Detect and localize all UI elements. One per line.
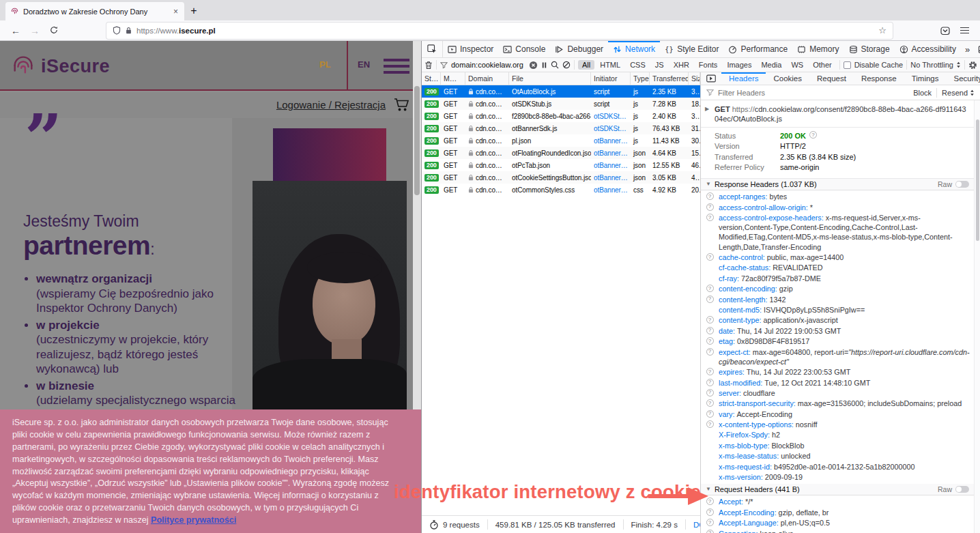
site-logo[interactable]: iSecure bbox=[11, 52, 110, 81]
header-row[interactable]: ?Accept: */* bbox=[701, 497, 974, 507]
column-header-method[interactable]: M… bbox=[441, 72, 465, 85]
header-row[interactable]: ?access-control-expose-headers: x-ms-req… bbox=[701, 212, 974, 252]
request-row[interactable]: 200GETcdn.co…otSDKStub.jsscriptjs7.28 KB… bbox=[422, 98, 700, 110]
header-row[interactable]: ?expect-ct: max-age=604800, report-uri="… bbox=[701, 347, 974, 367]
column-header-size[interactable]: Size bbox=[689, 72, 700, 85]
devtools-tab-memory[interactable]: Memory bbox=[792, 41, 844, 57]
column-header-file[interactable]: File bbox=[509, 72, 591, 85]
devtools-tab-console[interactable]: Console bbox=[498, 41, 550, 57]
bookmark-star-icon[interactable]: ☆ bbox=[878, 25, 887, 35]
back-icon[interactable]: ← bbox=[7, 25, 25, 36]
header-row[interactable]: x-ms-request-id: b4952d0e-a01e-0014-2132… bbox=[701, 461, 974, 472]
request-row[interactable]: 200GETcdn.co…otCommonStyles.cssotBanner…… bbox=[422, 184, 700, 196]
header-row[interactable]: X-Firefox-Spdy: h2 bbox=[701, 430, 974, 440]
header-row[interactable]: ?date: Thu, 14 Jul 2022 19:00:53 GMT bbox=[701, 326, 974, 336]
column-header-trans[interactable]: Transferred bbox=[650, 72, 689, 85]
request-row[interactable]: 200GETcdn.co…otFloatingRoundedIcon.jsono… bbox=[422, 147, 700, 159]
type-filter-images[interactable]: Images bbox=[723, 60, 755, 70]
pause-traffic-icon[interactable] bbox=[541, 61, 547, 69]
browser-tab[interactable]: Doradztwo w Zakresie Ochrony Dany × bbox=[5, 2, 184, 20]
request-row[interactable]: 200GETcdn.co…pl.jsonotBanner…js11.43 KB3… bbox=[422, 134, 700, 147]
details-tab-headers[interactable]: Headers bbox=[721, 72, 766, 85]
new-tab-button[interactable]: + bbox=[184, 5, 203, 20]
details-tab-cookies[interactable]: Cookies bbox=[766, 72, 809, 85]
header-row[interactable]: ?last-modified: Tue, 12 Oct 2021 14:48:1… bbox=[701, 377, 974, 388]
request-row[interactable]: 200GETcdn.co…otCookieSettingsButton.json… bbox=[422, 171, 700, 184]
header-row[interactable]: ?Accept-Encoding: gzip, deflate, br bbox=[701, 507, 974, 517]
type-filter-media[interactable]: Media bbox=[757, 60, 786, 70]
shield-icon[interactable] bbox=[113, 26, 121, 35]
type-filter-css[interactable]: CSS bbox=[626, 60, 650, 70]
devtools-tab-style-editor[interactable]: {}Style Editor bbox=[660, 41, 723, 57]
header-row[interactable]: ?content-type: application/x-javascript bbox=[701, 315, 974, 326]
devtools-tab-storage[interactable]: Storage bbox=[844, 41, 895, 57]
page-scrollbar[interactable] bbox=[413, 41, 421, 409]
pick-element-icon[interactable] bbox=[422, 41, 443, 57]
lock-icon[interactable] bbox=[126, 27, 132, 34]
request-headers-section-header[interactable]: ▼ Request Headers (441 B) Raw bbox=[701, 484, 974, 495]
language-en-button[interactable]: EN bbox=[358, 59, 370, 70]
details-tab-security[interactable]: Security bbox=[947, 72, 980, 85]
triangle-right-icon[interactable]: ▶ bbox=[705, 104, 715, 124]
initiator-cell[interactable]: otBanner… bbox=[591, 149, 631, 157]
request-url-line[interactable]: ▶ GET https://cdn.cookielaw.org/consent/… bbox=[701, 100, 974, 128]
app-menu-icon[interactable] bbox=[955, 25, 973, 35]
header-row[interactable]: ?content-encoding: gzip bbox=[701, 284, 974, 294]
header-row[interactable]: ?Accept-Language: pl,en-US;q=0.5 bbox=[701, 518, 974, 528]
tabs-overflow-icon[interactable]: » bbox=[961, 41, 974, 57]
header-row[interactable]: ?server: cloudflare bbox=[701, 388, 974, 398]
tab-close-icon[interactable]: × bbox=[172, 7, 179, 16]
request-row[interactable]: 200GETcdn.co…f2890bc8-88eb-4bac-a266-df9… bbox=[422, 110, 700, 122]
initiator-cell[interactable]: otBanner… bbox=[591, 174, 631, 182]
column-header-domain[interactable]: Domain bbox=[465, 72, 509, 85]
initiator-cell[interactable]: otBanner… bbox=[591, 186, 631, 194]
cart-icon[interactable] bbox=[394, 98, 410, 115]
header-row[interactable]: ?expires: Thu, 14 Jul 2022 23:00:53 GMT bbox=[701, 367, 974, 377]
header-row[interactable]: ?Connection: keep-alive bbox=[701, 528, 974, 533]
type-filter-fonts[interactable]: Fonts bbox=[695, 60, 722, 70]
block-request-icon[interactable] bbox=[562, 61, 571, 69]
request-row[interactable]: 200GETcdn.co…OtAutoBlock.jsscriptjs2.35 … bbox=[422, 85, 700, 98]
network-settings-gear-icon[interactable] bbox=[968, 61, 977, 70]
login-register-link[interactable]: Logowanie / Rejestracja bbox=[276, 99, 386, 111]
details-tab-response[interactable]: Response bbox=[854, 72, 904, 85]
clear-requests-trash-icon[interactable] bbox=[424, 61, 433, 70]
filter-headers-input[interactable]: Filter Headers bbox=[718, 89, 765, 97]
request-row[interactable]: 200GETcdn.co…otPcTab.jsonotBanner…json12… bbox=[422, 159, 700, 171]
stopwatch-icon[interactable] bbox=[429, 520, 439, 530]
type-filter-ws[interactable]: WS bbox=[787, 60, 807, 70]
initiator-cell[interactable]: otBanner… bbox=[591, 162, 631, 169]
header-row[interactable]: content-md5: ISVHQDp8yLpS5h8SniPgIw== bbox=[701, 304, 974, 315]
throttling-select[interactable]: No Throttling bbox=[910, 61, 961, 69]
header-row[interactable]: ?accept-ranges: bytes bbox=[701, 192, 974, 202]
block-button[interactable]: Block bbox=[913, 89, 932, 97]
request-row[interactable]: 200GETcdn.co…otBannerSdk.jsotSDKSt…js76.… bbox=[422, 122, 700, 134]
column-header-status[interactable]: St… bbox=[422, 72, 441, 85]
header-row[interactable]: ?x-content-type-options: nosniff bbox=[701, 419, 974, 429]
header-row[interactable]: ?access-control-allow-origin: * bbox=[701, 202, 974, 212]
raw-toggle[interactable] bbox=[955, 486, 969, 493]
type-filter-js[interactable]: JS bbox=[651, 60, 668, 70]
devtools-tab-network[interactable]: Network bbox=[608, 41, 660, 57]
devtools-tab-debugger[interactable]: Debugger bbox=[550, 41, 608, 57]
details-tab-timings[interactable]: Timings bbox=[904, 72, 947, 85]
response-headers-section-header[interactable]: ▼ Response Headers (1.037 KB) Raw bbox=[701, 179, 974, 190]
devtools-tab-accessibility[interactable]: Accessibility bbox=[895, 41, 961, 57]
details-tab-request[interactable]: Request bbox=[809, 72, 854, 85]
forward-icon[interactable]: → bbox=[26, 25, 44, 36]
devtools-tab-inspector[interactable]: Inspector bbox=[443, 41, 498, 57]
type-filter-all[interactable]: All bbox=[578, 60, 594, 70]
site-menu-icon[interactable] bbox=[384, 59, 409, 77]
header-row[interactable]: ?etag: 0x8D98D8F4F819517 bbox=[701, 336, 974, 347]
type-filter-html[interactable]: HTML bbox=[596, 60, 624, 70]
type-filter-other[interactable]: Other bbox=[809, 60, 836, 70]
details-scrollbar[interactable] bbox=[974, 100, 980, 533]
initiator-cell[interactable]: otBanner… bbox=[591, 137, 631, 145]
clear-filter-icon[interactable] bbox=[529, 61, 538, 70]
reload-icon[interactable] bbox=[45, 25, 63, 36]
initiator-cell[interactable]: otSDKSt… bbox=[591, 125, 631, 132]
search-icon[interactable] bbox=[551, 61, 559, 69]
url-filter-input[interactable]: domain:cookielaw.org bbox=[440, 61, 525, 69]
raw-toggle[interactable] bbox=[955, 181, 969, 188]
pocket-icon[interactable] bbox=[936, 26, 954, 35]
